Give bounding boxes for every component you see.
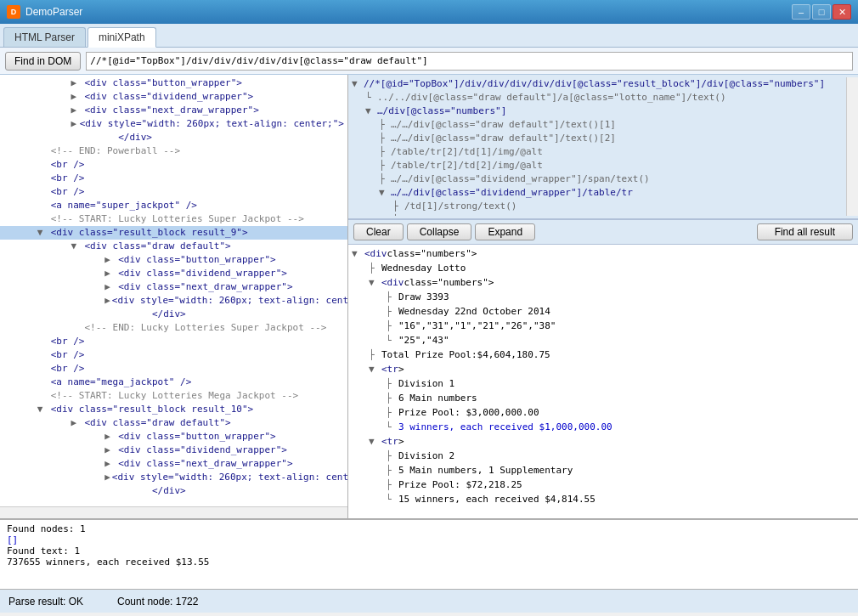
tree-item[interactable]: ▼<div class="result_block result_9"> [0, 226, 347, 240]
collapse-button[interactable]: Collapse [407, 223, 472, 240]
xpath-input[interactable] [86, 52, 853, 71]
result-item: ├Total Prize Pool:$4,604,180.75 [348, 348, 858, 362]
result-item: └"25","43" [348, 333, 858, 348]
tree-item[interactable]: ▶<div class="next_draw_wrapper"> [0, 104, 347, 117]
window-controls: – □ ✕ [792, 4, 851, 20]
result-item: ▼<tr > [348, 434, 858, 449]
tree-item[interactable]: <!-- END: Lucky Lotteries Super Jackpot … [0, 321, 347, 335]
result-item: └15 winners, each received $4,814.55 [348, 492, 858, 506]
tree-item[interactable]: ▼<div class="result_block result_10"> [0, 403, 347, 416]
main-content: ▶<div class="button_wrapper"> ▶<div clas… [0, 75, 858, 519]
result-item: ├Wednesday Lotto [348, 261, 858, 275]
find-all-button[interactable]: Find all result [757, 223, 853, 240]
tree-item[interactable]: <br /> [0, 185, 347, 199]
vertical-scrollbar-right-top[interactable] [846, 77, 858, 216]
tree-item[interactable]: <!-- START: Lucky Lotteries Super Jackpo… [0, 212, 347, 226]
tree-item[interactable]: <a name="mega_jackpot" /> [0, 376, 347, 389]
result-item: ├Prize Pool: $3,000,000.00 [348, 405, 858, 420]
find-dom-button[interactable]: Find in DOM [5, 52, 81, 71]
tree-item[interactable]: </div> [0, 308, 347, 321]
xpath-result-item: ├…/…/div[@class="draw default"]/text()[1… [352, 118, 843, 132]
tree-item[interactable]: ▶<div style="width: 260px; text-align: c… [0, 294, 347, 308]
tree-item[interactable]: <br /> [0, 172, 347, 185]
result-item: ├6 Main numbers [348, 391, 858, 405]
maximize-button[interactable]: □ [812, 4, 831, 20]
tree-item[interactable]: <!-- END: Powerball --> [0, 144, 347, 158]
result-item: ├Division 1 [348, 376, 858, 391]
clear-button[interactable]: Clear [353, 223, 404, 240]
result-area: ▼<div class="numbers">├Wednesday Lotto▼<… [348, 245, 858, 518]
result-item: ▼<tr > [348, 362, 858, 376]
tree-item[interactable]: ▶<div class="button_wrapper"> [0, 76, 347, 90]
bottom-panel: Found nodes: 1 [] Found text: 1 737655 w… [0, 519, 858, 589]
xpath-bar: Find in DOM [0, 48, 858, 75]
result-item: ├5 Main numbers, 1 Supplementary [348, 463, 858, 478]
result-item: └3 winners, each received $1,000,000.00 [348, 420, 858, 434]
found-nodes-line: Found nodes: 1 [7, 523, 851, 534]
horizontal-scrollbar-left[interactable] [0, 506, 347, 518]
found-text-line: Found text: 1 [7, 545, 851, 557]
tree-item[interactable]: <br /> [0, 348, 347, 362]
tree-item[interactable]: ▶<div class="dividend_wrapper"> [0, 444, 347, 457]
tree-item[interactable]: <!-- START: Lucky Lotteries Mega Jackpot… [0, 389, 347, 403]
action-buttons-bar: Clear Collapse Expand Find all result [348, 219, 858, 245]
result-item: ▼<div class="numbers"> [348, 246, 858, 261]
tree-item[interactable]: ▶<div style="width: 260px; text-align: c… [0, 117, 347, 131]
app-icon: D [7, 5, 20, 19]
minimize-button[interactable]: – [792, 4, 810, 20]
tree-item[interactable]: ▶<div class="button_wrapper"> [0, 253, 347, 267]
xpath-result-item: ├/td[2]/strong/text() [352, 213, 843, 216]
xpath-result-item: ├…/…/div[@class="dividend_wrapper"]/span… [352, 172, 843, 186]
xpath-result-item: ├/table/tr[2]/td[2]/img/@alt [352, 159, 843, 172]
title-bar-left: D DemoParser [7, 5, 82, 19]
tree-item[interactable]: ▶<div class="next_draw_wrapper"> [0, 457, 347, 471]
title-bar: D DemoParser – □ ✕ [0, 0, 858, 24]
result-item: ├"16","31","1","21","26","38" [348, 319, 858, 333]
tabs-bar: HTML Parser miniXPath [0, 24, 858, 48]
xpath-result-item: └../../div[@class="draw default"]/a[@cla… [352, 91, 843, 105]
xpath-result-item: ├/td[1]/strong/text() [352, 200, 843, 213]
xpath-paths-list[interactable]: ▼//*[@id="TopBox"]/div/div/div/div/div[@… [348, 77, 846, 216]
xpath-result-item: ├…/…/div[@class="draw default"]/text()[2… [352, 132, 843, 145]
winner-text-line: 737655 winners, each received $13.55 [7, 557, 851, 568]
node-bracket-line: [] [7, 534, 851, 545]
tree-item[interactable]: <br /> [0, 362, 347, 376]
xpath-result-item: ▼//*[@id="TopBox"]/div/div/div/div/div[@… [352, 77, 843, 91]
tree-item[interactable]: ▶<div style="width: 260px; text-align: c… [0, 471, 347, 484]
tree-item[interactable]: ▶<div class="draw default"> [0, 416, 347, 430]
tree-item[interactable]: <br /> [0, 158, 347, 172]
result-item: ├Prize Pool: $72,218.25 [348, 478, 858, 492]
tree-item[interactable]: </div> [0, 484, 347, 498]
tree-item[interactable]: ▶<div class="dividend_wrapper"> [0, 90, 347, 104]
xpath-paths-area: ▼//*[@id="TopBox"]/div/div/div/div/div[@… [348, 75, 858, 219]
result-item: ▼<div class="numbers"> [348, 275, 858, 290]
left-pane: ▶<div class="button_wrapper"> ▶<div clas… [0, 75, 348, 518]
right-pane: ▼//*[@id="TopBox"]/div/div/div/div/div[@… [348, 75, 858, 518]
tree-item[interactable]: <br /> [0, 335, 347, 348]
expand-button[interactable]: Expand [475, 223, 535, 240]
status-bar: Parse result: OK Count node: 1722 [0, 589, 858, 613]
tree-item[interactable]: ▶<div class="button_wrapper"> [0, 430, 347, 444]
tree-item[interactable]: ▶<div class="dividend_wrapper"> [0, 267, 347, 280]
tree-item[interactable]: </div> [0, 131, 347, 144]
tab-mini-xpath[interactable]: miniXPath [87, 27, 156, 48]
result-item: ├Wednesday 22nd October 2014 [348, 304, 858, 319]
xpath-result-item: ▼…/…/div[@class="dividend_wrapper"]/tabl… [352, 186, 843, 200]
xpath-result-item: ▼…/div[@class="numbers"] [352, 105, 843, 118]
result-item: ├Draw 3393 [348, 290, 858, 304]
result-tree[interactable]: ▼<div class="numbers">├Wednesday Lotto▼<… [348, 245, 858, 518]
app-title: DemoParser [25, 6, 82, 18]
tree-item[interactable]: ▼<div class="draw default"> [0, 240, 347, 253]
xpath-result-item: ├/table/tr[2]/td[1]/img/@alt [352, 145, 843, 159]
tab-html-parser[interactable]: HTML Parser [3, 27, 86, 47]
parse-result: Parse result: OK [8, 596, 83, 608]
tree-item[interactable]: <a name="super_jackpot" /> [0, 199, 347, 212]
result-item: ├Division 2 [348, 449, 858, 463]
tree-item[interactable]: ▶<div class="next_draw_wrapper"> [0, 280, 347, 294]
close-button[interactable]: ✕ [833, 4, 851, 20]
html-tree[interactable]: ▶<div class="button_wrapper"> ▶<div clas… [0, 75, 347, 506]
count-node: Count node: 1722 [117, 596, 198, 608]
